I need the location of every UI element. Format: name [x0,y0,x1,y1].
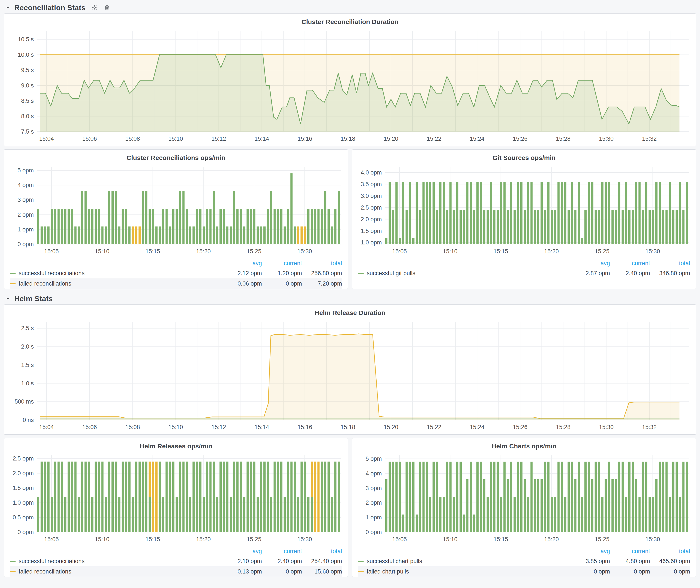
svg-text:15:05: 15:05 [44,536,59,543]
legend-stat-value: 3.85 opm [570,558,610,565]
legend-stat-value: 2.40 opm [610,270,650,277]
svg-text:15:30: 15:30 [599,424,614,430]
svg-text:15:16: 15:16 [298,136,312,142]
svg-text:2.5 s: 2.5 s [21,325,34,331]
panel-title[interactable]: Helm Release Duration [4,305,696,318]
svg-text:4 opm: 4 opm [366,470,382,477]
legend-col-current[interactable]: current [610,548,650,555]
git-sources-chart[interactable]: 1.0 opm1.5 opm2.0 opm2.5 opm3.0 opm3.5 o… [352,163,696,258]
svg-text:3.5 opm: 3.5 opm [361,181,382,187]
svg-text:15:05: 15:05 [392,536,407,543]
helm-charts-chart[interactable]: 0 opm1 opm2 opm3 opm4 opm5 opm15:0515:10… [352,452,696,546]
legend-series-label[interactable]: successful reconciliations [10,558,222,565]
legend-col-total[interactable]: total [650,548,690,555]
cluster-duration-chart[interactable]: 7.5 s8.0 s8.5 s9.0 s9.5 s10.0 s10.5 s15:… [4,27,696,146]
svg-text:15:15: 15:15 [494,248,508,255]
svg-text:0 opm: 0 opm [366,529,382,535]
section-header-helm-stats[interactable]: Helm Stats [5,293,696,304]
legend-col-avg[interactable]: avg [222,548,262,555]
svg-text:15:04: 15:04 [39,136,54,142]
svg-text:15:20: 15:20 [196,536,211,543]
legend-col-avg[interactable]: avg [570,548,610,555]
svg-text:15:10: 15:10 [168,136,183,142]
legend-series-row[interactable]: failed reconciliations0.06 opm0 opm7.20 … [10,278,342,289]
panel-cluster-reconciliations-opm: Cluster Reconciliations ops/min 0 opm1 o… [4,149,348,289]
panel-title[interactable]: Cluster Reconciliations ops/min [4,150,348,163]
legend-series-row[interactable]: failed reconciliations0.13 opm0 opm15.60… [10,566,342,577]
svg-text:15:22: 15:22 [427,424,441,430]
svg-text:2 opm: 2 opm [366,499,382,506]
svg-text:15:18: 15:18 [341,424,355,430]
svg-text:15:14: 15:14 [255,424,269,430]
helm-duration-chart[interactable]: 0 ns500 ms1.0 s1.5 s2.0 s2.5 s15:0415:06… [4,318,696,434]
legend-stat-value: 254.40 opm [302,558,342,565]
legend-series-label[interactable]: successful chart pulls [358,558,570,565]
svg-text:15:25: 15:25 [595,536,610,543]
legend-header-row: avgcurrenttotal [358,546,690,556]
section-title: Helm Stats [14,294,53,303]
cluster-reconciliations-chart[interactable]: 0 opm1 opm2 opm3 opm4 opm5 opm15:0515:10… [4,163,348,258]
svg-text:15:30: 15:30 [645,536,660,543]
legend-stat-value: 2.87 opm [570,270,610,277]
svg-text:15:25: 15:25 [247,536,261,543]
legend-series-label[interactable]: successful reconciliations [10,270,222,277]
legend-series-row[interactable]: failed chart pulls0 opm0 opm0 opm [358,566,690,577]
svg-text:8.5 s: 8.5 s [21,98,34,104]
legend-series-label[interactable]: failed reconciliations [10,280,222,287]
legend-col-current[interactable]: current [262,548,302,555]
legend-stat-value: 0 opm [262,568,302,575]
svg-text:15:10: 15:10 [168,424,183,430]
legend-series-row[interactable]: successful reconciliations2.10 opm2.40 o… [10,556,342,566]
svg-text:1.5 opm: 1.5 opm [361,228,382,234]
svg-text:0 opm: 0 opm [18,529,34,535]
legend-table: avgcurrenttotalsuccessful reconciliation… [4,546,348,577]
legend-series-row[interactable]: successful git pulls2.87 opm2.40 opm346.… [358,268,690,278]
legend-stat-value: 4.80 opm [610,558,650,565]
svg-text:15:26: 15:26 [513,136,527,142]
trash-icon[interactable] [104,4,110,11]
chevron-down-icon [5,296,11,301]
legend-table: avgcurrenttotalsuccessful git pulls2.87 … [352,258,696,278]
svg-text:2.5 opm: 2.5 opm [13,455,34,462]
legend-stat-value: 0 opm [262,280,302,287]
svg-text:0 opm: 0 opm [18,241,34,247]
legend-col-current[interactable]: current [262,260,302,267]
svg-text:15:10: 15:10 [443,248,458,255]
legend-col-total[interactable]: total [650,260,690,267]
svg-text:15:20: 15:20 [196,248,211,255]
legend-series-label[interactable]: failed reconciliations [10,568,222,575]
chevron-down-icon [5,5,11,10]
legend-series-label[interactable]: failed chart pulls [358,568,570,575]
legend-col-total[interactable]: total [302,260,342,267]
svg-text:15:30: 15:30 [599,136,614,142]
svg-text:15:30: 15:30 [645,248,660,255]
svg-text:15:15: 15:15 [145,536,160,543]
legend-series-row[interactable]: successful reconciliations2.12 opm1.20 o… [10,268,342,278]
panel-title[interactable]: Cluster Reconciliation Duration [4,14,696,27]
legend-col-avg[interactable]: avg [222,260,262,267]
svg-text:15:08: 15:08 [125,136,140,142]
legend-series-row[interactable]: successful chart pulls3.85 opm4.80 opm46… [358,556,690,566]
legend-col-avg[interactable]: avg [570,260,610,267]
panel-helm-release-duration: Helm Release Duration 0 ns500 ms1.0 s1.5… [4,304,696,435]
legend-stat-value: 0.06 opm [222,280,262,287]
svg-text:1.5 opm: 1.5 opm [13,485,34,491]
section-header-reconciliation-stats[interactable]: Reconciliation Stats [5,2,696,13]
svg-text:15:06: 15:06 [82,424,97,430]
legend-stat-value: 15.60 opm [302,568,342,575]
svg-text:15:15: 15:15 [494,536,508,543]
panel-title[interactable]: Helm Releases ops/min [4,438,348,452]
svg-text:4.0 opm: 4.0 opm [361,169,382,176]
legend-stat-value: 0.13 opm [222,568,262,575]
panel-title[interactable]: Git Sources ops/min [352,150,696,163]
legend-series-label[interactable]: successful git pulls [358,270,570,277]
helm-releases-chart[interactable]: 0 opm0.5 opm1.0 opm1.5 opm2.0 opm2.5 opm… [4,452,348,546]
legend-col-total[interactable]: total [302,548,342,555]
gear-icon[interactable] [91,4,98,11]
legend-col-current[interactable]: current [610,260,650,267]
legend-table: avgcurrenttotalsuccessful chart pulls3.8… [352,546,696,577]
svg-text:1.0 opm: 1.0 opm [361,239,382,246]
panel-title[interactable]: Helm Charts ops/min [352,438,696,452]
legend-stat-value: 7.20 opm [302,280,342,287]
svg-text:9.5 s: 9.5 s [21,67,34,73]
